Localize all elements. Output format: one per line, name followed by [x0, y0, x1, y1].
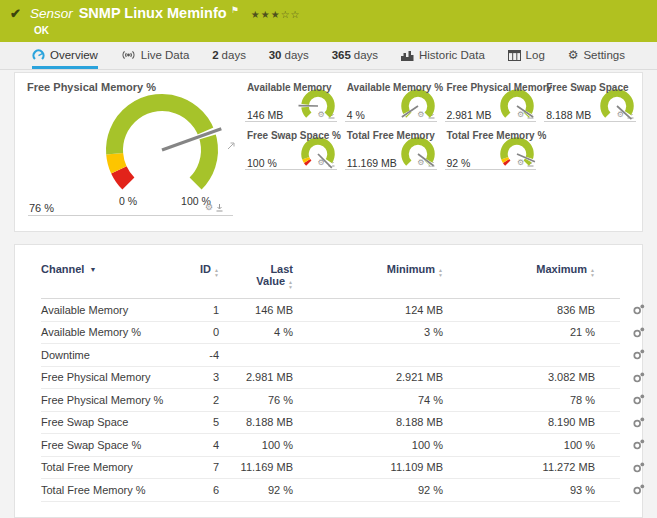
column-header-channel[interactable]: Channel▼ [41, 263, 173, 275]
mini-gauge-title: Total Free Memory % [447, 130, 547, 141]
channel-settings-icon[interactable] [633, 394, 645, 405]
column-header-label: Maximum [536, 263, 587, 275]
tab-settings[interactable]: ⚙Settings [568, 42, 625, 69]
tab-overview[interactable]: Overview [32, 42, 98, 69]
channel-id-cell: 1 [173, 304, 219, 316]
channel-name-cell[interactable]: Free Physical Memory % [41, 394, 173, 406]
channel-settings-icon[interactable] [633, 484, 645, 495]
caret-down-icon: ▼ [89, 266, 96, 273]
channel-settings-icon[interactable] [633, 417, 645, 428]
main-gauge [75, 83, 245, 203]
mini-gauge-tile: Total Free Memory %92 %⚙ [443, 130, 543, 178]
channel-name-cell[interactable]: Available Memory [41, 304, 173, 316]
tab-2-days[interactable]: 2days [212, 42, 246, 69]
gauge-icon [32, 49, 45, 62]
column-header-last-value[interactable]: Last Value▲▼ [241, 263, 293, 289]
log-icon [508, 50, 521, 61]
mini-gauge-value: 2.981 MB [447, 109, 492, 121]
minimum-cell: 100 % [293, 439, 443, 451]
channel-settings-icon[interactable] [633, 462, 645, 473]
maximum-cell: 93 % [443, 484, 595, 496]
channel-settings-icon[interactable] [633, 372, 645, 383]
mini-gauge-value: 11.169 MB [347, 157, 397, 169]
channel-settings-icon[interactable] [633, 349, 645, 360]
last-value-cell: 8.188 MB [219, 416, 293, 428]
mini-gauge [597, 89, 637, 121]
priority-stars[interactable]: ★★★☆☆ [251, 9, 301, 20]
channel-id-cell: -4 [173, 349, 219, 361]
tab-label: days [354, 49, 378, 61]
tab-label: days [285, 49, 309, 61]
mini-gauge [398, 137, 438, 169]
channel-name-cell[interactable]: Free Swap Space [41, 416, 173, 428]
expand-icon[interactable] [227, 136, 235, 154]
channel-settings-icon[interactable] [633, 439, 645, 450]
column-header-minimum[interactable]: Minimum▲▼ [293, 263, 443, 277]
table-row: Free Physical Memory32.981 MB2.921 MB3.0… [41, 367, 620, 390]
column-header-label: Minimum [387, 263, 435, 275]
table-row: Total Free Memory %692 %92 %93 % [41, 479, 620, 502]
last-value-cell: 76 % [219, 394, 293, 406]
tab-365-days[interactable]: 365days [332, 42, 378, 69]
tab-bar: OverviewLive Data2days30days365daysHisto… [0, 42, 657, 70]
broadcast-icon [121, 49, 136, 61]
chart-icon [401, 50, 414, 61]
mini-gauge [497, 89, 537, 121]
minimum-cell: 92 % [293, 484, 443, 496]
divider [245, 169, 337, 170]
divider [245, 121, 337, 122]
column-header-id[interactable]: ID▲▼ [173, 263, 219, 277]
download-icon[interactable] [216, 204, 223, 212]
tab-label: Historic Data [419, 49, 485, 61]
column-header-label: ID [200, 263, 211, 275]
minimum-cell: 3 % [293, 326, 443, 338]
channel-settings-icon[interactable] [633, 327, 645, 338]
mini-gauge-value: 4 % [347, 109, 365, 121]
channel-settings-icon[interactable] [633, 304, 645, 315]
tab-live-data[interactable]: Live Data [121, 42, 190, 69]
column-header-maximum[interactable]: Maximum▲▼ [443, 263, 595, 277]
divider [445, 169, 537, 170]
divider [345, 121, 437, 122]
table-header-row: Channel▼ ID▲▼ Last Value▲▼ Minimum▲▼ Max… [41, 263, 620, 299]
column-header-label: Channel [41, 263, 84, 275]
tab-30-days[interactable]: 30days [269, 42, 309, 69]
gear-icon[interactable]: ⚙ [205, 203, 213, 212]
table-row: Free Physical Memory %276 %74 %78 % [41, 389, 620, 412]
channel-id-cell: 4 [173, 439, 219, 451]
channel-name-cell[interactable]: Free Physical Memory [41, 371, 173, 383]
tab-historic-data[interactable]: Historic Data [401, 42, 485, 69]
mini-gauge-title: Available Memory [247, 82, 332, 93]
divider [445, 121, 537, 122]
tab-label: days [222, 49, 246, 61]
channel-name-cell[interactable]: Available Memory % [41, 326, 173, 338]
channel-id-cell: 2 [173, 394, 219, 406]
channel-table-panel: Channel▼ ID▲▼ Last Value▲▼ Minimum▲▼ Max… [14, 244, 643, 518]
mini-gauge [497, 137, 537, 169]
sensor-title: SNMP Linux Meminfo [79, 5, 227, 21]
tab-label: Overview [50, 49, 98, 61]
channel-name-cell[interactable]: Downtime [41, 349, 173, 361]
mini-gauge-grid: Available Memory146 MB⚙Available Memory … [243, 82, 642, 178]
sensor-kind-label: Sensor [30, 6, 73, 21]
mini-gauge [298, 137, 338, 169]
channel-name-cell[interactable]: Free Swap Space % [41, 439, 173, 451]
maximum-cell: 21 % [443, 326, 595, 338]
mini-gauge-title: Total Free Memory [347, 130, 435, 141]
overview-panel: Free Physical Memory % 0 % 100 % 76 % ⚙ … [14, 72, 643, 232]
channel-table: Channel▼ ID▲▼ Last Value▲▼ Minimum▲▼ Max… [41, 263, 620, 502]
table-row: Total Free Memory711.169 MB11.109 MB11.2… [41, 457, 620, 480]
divider [544, 121, 636, 122]
channel-name-cell[interactable]: Total Free Memory % [41, 484, 173, 496]
channel-name-cell[interactable]: Total Free Memory [41, 461, 173, 473]
gear-icon: ⚙ [568, 49, 579, 61]
mini-gauge-tile: Total Free Memory11.169 MB⚙ [343, 130, 443, 178]
tab-label: Live Data [141, 49, 190, 61]
maximum-cell: 11.272 MB [443, 461, 595, 473]
channel-id-cell: 7 [173, 461, 219, 473]
tab-log[interactable]: Log [508, 42, 545, 69]
mini-gauge-tile: Available Memory %4 %⚙ [343, 82, 443, 130]
mini-gauge-tile: Free Physical Memory2.981 MB⚙ [443, 82, 543, 130]
main-gauge-tile: Free Physical Memory % 0 % 100 % 76 % ⚙ [15, 73, 243, 231]
mini-gauge-value: 92 % [447, 157, 471, 169]
